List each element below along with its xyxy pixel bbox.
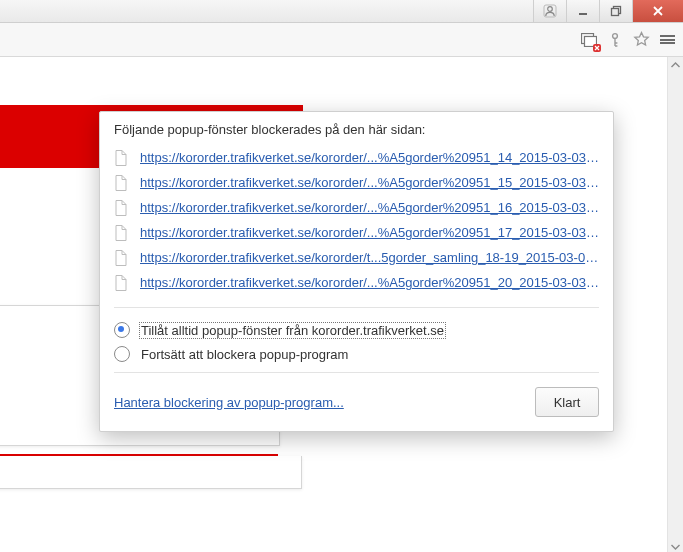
scroll-up-button[interactable] [668,57,683,72]
separator [114,372,599,373]
scroll-down-button[interactable] [668,539,683,552]
maximize-icon [610,5,622,17]
option-label: Tillåt alltid popup-fönster från kororde… [140,323,445,338]
vertical-scrollbar[interactable] [667,57,683,552]
user-menu-button[interactable] [533,0,566,22]
blocked-popup-item[interactable]: https://kororder.trafikverket.se/kororde… [114,220,599,245]
blocked-x-icon [593,44,601,52]
minimize-icon [577,5,589,17]
svg-rect-4 [612,9,619,16]
option-continue-block[interactable]: Fortsätt att blockera popup-program [114,342,599,366]
hamburger-icon [660,34,675,46]
page-body: : Följande popup-fönster blockerades på … [0,57,667,552]
blocked-popup-link[interactable]: https://kororder.trafikverket.se/kororde… [140,275,599,290]
popup-footer: Hantera blockering av popup-program... K… [100,377,613,431]
browser-toolbar [0,23,683,57]
close-button[interactable] [632,0,683,22]
option-label: Fortsätt att blockera popup-program [140,347,349,362]
blocked-popup-link[interactable]: https://kororder.trafikverket.se/kororde… [140,175,599,190]
menu-button[interactable] [657,30,677,50]
file-icon [114,250,128,266]
blocked-popup-item[interactable]: https://kororder.trafikverket.se/kororde… [114,270,599,295]
blocked-popup-link[interactable]: https://kororder.trafikverket.se/kororde… [140,250,599,265]
blocked-popup-link[interactable]: https://kororder.trafikverket.se/kororde… [140,150,599,165]
svg-point-0 [548,7,553,12]
file-icon [114,150,128,166]
bookmark-button[interactable] [631,30,651,50]
popup-message: Följande popup-fönster blockerades på de… [100,122,613,143]
close-icon [652,5,664,17]
blocked-popup-item[interactable]: https://kororder.trafikverket.se/kororde… [114,245,599,270]
chevron-down-icon [671,544,680,550]
radio-icon [114,322,130,338]
blocked-popup-list: https://kororder.trafikverket.se/kororde… [100,143,613,303]
option-always-allow[interactable]: Tillåt alltid popup-fönster från kororde… [114,318,599,342]
minimize-button[interactable] [566,0,599,22]
popup-blocker-panel: Följande popup-fönster blockerades på de… [99,111,614,432]
radio-icon [114,346,130,362]
window-titlebar [0,0,683,23]
footer-panel [0,456,302,489]
file-icon [114,175,128,191]
manage-popup-link[interactable]: Hantera blockering av popup-program... [114,395,344,410]
done-button[interactable]: Klart [535,387,599,417]
file-icon [114,275,128,291]
user-icon [543,4,557,18]
content-area: : Följande popup-fönster blockerades på … [0,57,683,552]
blocked-popup-item[interactable]: https://kororder.trafikverket.se/kororde… [114,145,599,170]
svg-rect-2 [579,13,587,15]
blocked-popup-link[interactable]: https://kororder.trafikverket.se/kororde… [140,225,599,240]
chevron-up-icon [671,62,680,68]
file-icon [114,225,128,241]
blocked-popup-link[interactable]: https://kororder.trafikverket.se/kororde… [140,200,599,215]
separator [114,307,599,308]
svg-point-7 [613,33,618,38]
file-icon [114,200,128,216]
popup-options: Tillåt alltid popup-fönster från kororde… [100,312,613,368]
maximize-button[interactable] [599,0,632,22]
key-icon [607,32,623,48]
blocked-popup-item[interactable]: https://kororder.trafikverket.se/kororde… [114,170,599,195]
blocked-popup-item[interactable]: https://kororder.trafikverket.se/kororde… [114,195,599,220]
popup-blocked-button[interactable] [579,30,599,50]
key-button[interactable] [605,30,625,50]
star-icon [633,31,650,48]
